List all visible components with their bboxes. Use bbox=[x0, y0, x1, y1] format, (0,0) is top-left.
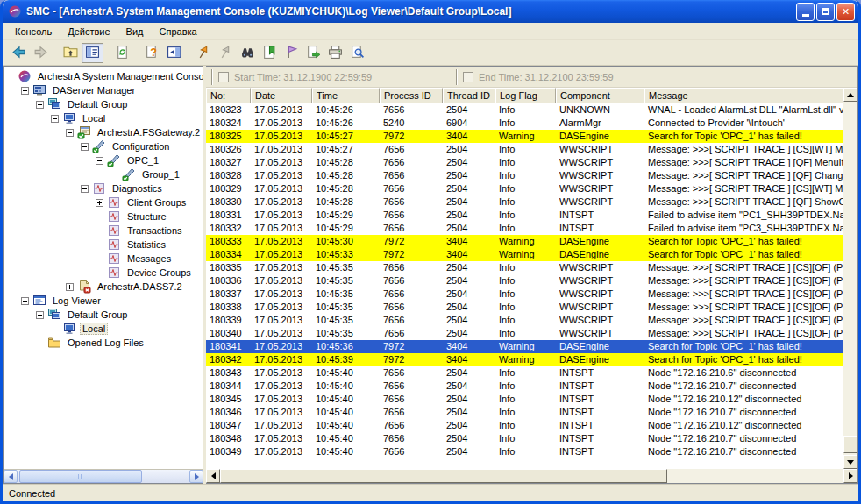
table-row[interactable]: 18032617.05.201310:45:2776562504InfoWWSC… bbox=[206, 143, 843, 156]
tree-item-diagnostics[interactable]: Diagnostics bbox=[4, 181, 203, 195]
up-folder-button[interactable] bbox=[60, 43, 82, 63]
tree-horizontal-scrollbar[interactable] bbox=[4, 469, 203, 483]
table-row[interactable]: 18034317.05.201310:45:4076562504InfoINTS… bbox=[206, 366, 843, 380]
column-header-message[interactable]: Message bbox=[644, 88, 843, 103]
tree-item-default-group[interactable]: Default Group bbox=[4, 97, 203, 111]
table-row[interactable]: 18032517.05.201310:45:2779723404WarningD… bbox=[206, 130, 843, 143]
plus-expander-icon[interactable] bbox=[96, 199, 103, 207]
scroll-track[interactable] bbox=[220, 469, 843, 483]
scroll-thumb[interactable] bbox=[843, 436, 857, 453]
show-panel-button[interactable] bbox=[163, 43, 185, 63]
tree-item-opc-1[interactable]: OPC_1 bbox=[4, 153, 203, 167]
table-row[interactable]: 18032817.05.201310:45:2876562504InfoWWSC… bbox=[206, 169, 843, 182]
minimize-button[interactable] bbox=[796, 3, 815, 21]
back-button[interactable] bbox=[8, 43, 30, 63]
table-row[interactable]: 18033117.05.201310:45:2976562504InfoINTS… bbox=[206, 209, 843, 222]
preview-button[interactable] bbox=[346, 43, 368, 63]
tree-item-default-group[interactable]: Default Group bbox=[4, 308, 203, 322]
menu-item-2[interactable]: Вид bbox=[119, 25, 151, 39]
minus-expander-icon[interactable] bbox=[36, 101, 44, 109]
minus-expander-icon[interactable] bbox=[21, 87, 29, 95]
table-row[interactable]: 18034117.05.201310:45:3679723404WarningD… bbox=[206, 340, 843, 353]
scroll-thumb[interactable] bbox=[220, 469, 667, 483]
minus-expander-icon[interactable] bbox=[21, 297, 29, 305]
scroll-up-button[interactable] bbox=[843, 88, 857, 102]
tree-item-daserver-manager[interactable]: DAServer Manager bbox=[4, 83, 203, 97]
scroll-right-button[interactable] bbox=[189, 470, 203, 483]
find-button[interactable] bbox=[237, 43, 259, 63]
table-row[interactable]: 18034517.05.201310:45:4076562504InfoINTS… bbox=[206, 393, 843, 406]
table-row[interactable]: 18033417.05.201310:45:3379723404WarningD… bbox=[206, 248, 843, 261]
table-horizontal-scrollbar[interactable] bbox=[206, 469, 857, 483]
menu-item-3[interactable]: Справка bbox=[153, 25, 204, 39]
tree-item-log-viewer[interactable]: Log Viewer bbox=[4, 294, 203, 308]
column-header-no[interactable]: No: bbox=[206, 88, 251, 103]
table-row[interactable]: 18034717.05.201310:45:4076562504InfoINTS… bbox=[206, 419, 843, 432]
bookmark-button[interactable] bbox=[259, 43, 281, 63]
table-row[interactable]: 18032417.05.201310:45:2652406904InfoAlar… bbox=[206, 117, 843, 130]
table-row[interactable]: 18032917.05.201310:45:2876562504InfoWWSC… bbox=[206, 182, 843, 195]
tree-item-archestra-dass7-2[interactable]: ArchestrA.DASS7.2 bbox=[4, 280, 203, 294]
start-time-checkbox[interactable] bbox=[218, 72, 229, 82]
tree-item-transactions[interactable]: Transactions bbox=[4, 224, 203, 238]
scroll-right-button[interactable] bbox=[843, 469, 857, 483]
table-row[interactable]: 18033617.05.201310:45:3576562504InfoWWSC… bbox=[206, 274, 843, 287]
scroll-left-button[interactable] bbox=[206, 469, 220, 483]
minus-expander-icon[interactable] bbox=[51, 115, 59, 123]
minus-expander-icon[interactable] bbox=[66, 129, 74, 137]
table-row[interactable]: 18033917.05.201310:45:3576562504InfoWWSC… bbox=[206, 314, 843, 327]
toggle-tree-button[interactable] bbox=[82, 43, 103, 63]
column-header-processid[interactable]: Process ID bbox=[380, 88, 443, 103]
scroll-track[interactable] bbox=[18, 470, 189, 483]
export-button[interactable] bbox=[302, 43, 324, 63]
end-time-checkbox[interactable] bbox=[463, 72, 473, 82]
table-row[interactable]: 18032317.05.201310:45:2676562504InfoUNKN… bbox=[206, 103, 843, 117]
table-row[interactable]: 18034917.05.201310:45:4076562504InfoINTS… bbox=[206, 445, 843, 458]
table-row[interactable]: 18034817.05.201310:45:4076562504InfoINTS… bbox=[206, 432, 843, 445]
maximize-button[interactable] bbox=[816, 3, 835, 21]
tree-item-configuration[interactable]: Configuration bbox=[4, 139, 203, 153]
refresh-button[interactable] bbox=[111, 43, 133, 63]
filter-flag-button[interactable] bbox=[281, 43, 302, 63]
table-row[interactable]: 18033517.05.201310:45:3576562504InfoWWSC… bbox=[206, 261, 843, 274]
table-row[interactable]: 18034417.05.201310:45:4076562504InfoINTS… bbox=[206, 380, 843, 393]
scroll-track[interactable] bbox=[843, 102, 857, 455]
column-header-logflag[interactable]: Log Flag bbox=[495, 88, 556, 103]
forward-button[interactable] bbox=[30, 43, 52, 63]
tree-item-local[interactable]: Local bbox=[4, 111, 203, 125]
help-button[interactable]: ? bbox=[141, 43, 163, 63]
minus-expander-icon[interactable] bbox=[36, 311, 44, 319]
column-header-component[interactable]: Component bbox=[556, 88, 644, 103]
table-row[interactable]: 18033317.05.201310:45:3079723404WarningD… bbox=[206, 235, 843, 248]
tree-item-client-groups[interactable]: Client Groups bbox=[4, 195, 203, 209]
tree-item-structure[interactable]: Structure bbox=[4, 209, 203, 224]
tree-item-device-groups[interactable]: Device Groups bbox=[4, 266, 203, 280]
tree-item-archestra-fsgateway-2[interactable]: ArchestrA.FSGateway.2 bbox=[4, 125, 203, 139]
minus-expander-icon[interactable] bbox=[96, 157, 103, 165]
scroll-down-button[interactable] bbox=[843, 455, 857, 469]
table-row[interactable]: 18033817.05.201310:45:3576562504InfoWWSC… bbox=[206, 301, 843, 314]
print-button[interactable] bbox=[324, 43, 346, 63]
tree-item-statistics[interactable]: Statistics bbox=[4, 238, 203, 252]
column-header-time[interactable]: Time bbox=[312, 88, 380, 103]
scroll-left-button[interactable] bbox=[4, 470, 18, 483]
table-row[interactable]: 18034217.05.201310:45:3979723404WarningD… bbox=[206, 353, 843, 366]
table-vertical-scrollbar[interactable] bbox=[843, 88, 857, 469]
plus-expander-icon[interactable] bbox=[66, 283, 74, 291]
tree-item-opened-log-files[interactable]: Opened Log Files bbox=[4, 336, 203, 350]
minus-expander-icon[interactable] bbox=[81, 143, 89, 151]
tree-item-group-1[interactable]: Group_1 bbox=[4, 167, 203, 181]
menu-item-1[interactable]: Действие bbox=[60, 25, 117, 39]
column-header-threadid[interactable]: Thread ID bbox=[443, 88, 495, 103]
table-row[interactable]: 18034017.05.201310:45:3576562504InfoWWSC… bbox=[206, 327, 843, 340]
table-row[interactable]: 18032717.05.201310:45:2876562504InfoWWSC… bbox=[206, 156, 843, 169]
title-bar[interactable]: SMC - [ArchestrA System Management Conso… bbox=[3, 0, 858, 23]
minus-expander-icon[interactable] bbox=[81, 185, 89, 193]
table-row[interactable]: 18034617.05.201310:45:4076562504InfoINTS… bbox=[206, 406, 843, 419]
mark-flag-button[interactable] bbox=[193, 43, 215, 63]
scroll-thumb[interactable] bbox=[19, 470, 142, 483]
table-row[interactable]: 18033717.05.201310:45:3576562504InfoWWSC… bbox=[206, 287, 843, 301]
tree-item-archestra-system-management-console[interactable]: ArchestrA System Management Console bbox=[4, 69, 203, 83]
table-row[interactable]: 18033217.05.201310:45:2976562504InfoINTS… bbox=[206, 222, 843, 235]
table-row[interactable]: 18033017.05.201310:45:2876562504InfoWWSC… bbox=[206, 195, 843, 209]
